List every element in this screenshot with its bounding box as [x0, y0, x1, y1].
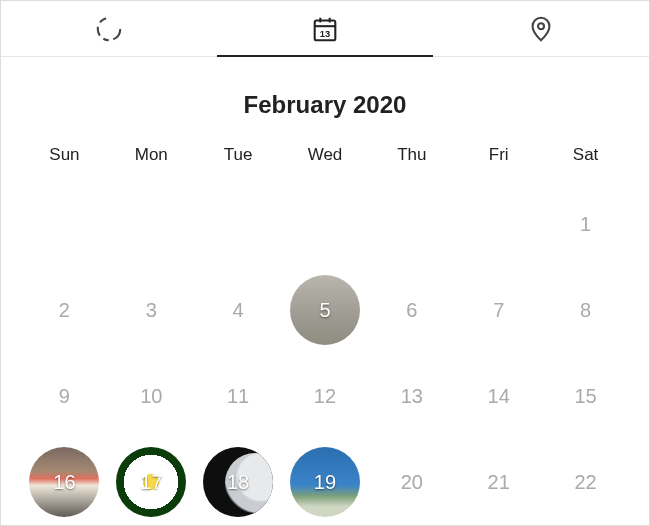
day-with-photo[interactable]: 17 [108, 439, 195, 525]
day-cell[interactable]: 3 [108, 267, 195, 353]
day-header: Thu [368, 139, 455, 181]
day-header: Tue [195, 139, 282, 181]
photo-thumbnail[interactable]: 5 [290, 275, 360, 345]
photo-thumbnail[interactable]: 16 [29, 447, 99, 517]
day-header: Mon [108, 139, 195, 181]
stories-icon [94, 14, 124, 44]
day-of-week-row: SunMonTueWedThuFriSat [1, 139, 649, 181]
tab-stories[interactable] [1, 1, 217, 56]
day-header: Fri [455, 139, 542, 181]
svg-point-0 [98, 17, 121, 40]
day-cell[interactable]: 14 [455, 353, 542, 439]
day-cell[interactable]: 15 [542, 353, 629, 439]
location-pin-icon [526, 14, 556, 44]
day-cell[interactable]: 2 [21, 267, 108, 353]
day-cell[interactable]: 9 [21, 353, 108, 439]
day-cell[interactable]: 6 [368, 267, 455, 353]
photo-thumbnail[interactable]: 18 [203, 447, 273, 517]
photo-thumbnail[interactable]: 17 [116, 447, 186, 517]
month-title: February 2020 [1, 91, 649, 119]
day-cell[interactable]: 12 [282, 353, 369, 439]
day-cell[interactable]: 21 [455, 439, 542, 525]
tab-bar: 13 [1, 1, 649, 57]
svg-point-5 [538, 23, 544, 29]
day-number: 16 [53, 471, 75, 494]
photo-thumbnail[interactable]: 19 [290, 447, 360, 517]
day-cell[interactable]: 1 [542, 181, 629, 267]
day-with-photo[interactable]: 18 [195, 439, 282, 525]
day-header: Sat [542, 139, 629, 181]
day-header: Wed [282, 139, 369, 181]
day-cell[interactable]: 7 [455, 267, 542, 353]
calendar-icon-date: 13 [320, 28, 330, 38]
day-number: 5 [319, 299, 330, 322]
tab-calendar[interactable]: 13 [217, 1, 433, 56]
tab-location[interactable] [433, 1, 649, 56]
day-cell[interactable]: 10 [108, 353, 195, 439]
day-cell[interactable]: 11 [195, 353, 282, 439]
calendar-icon: 13 [310, 14, 340, 44]
day-cell[interactable]: 4 [195, 267, 282, 353]
day-number: 18 [227, 471, 249, 494]
day-with-photo[interactable]: 5 [282, 267, 369, 353]
day-with-photo[interactable]: 16 [21, 439, 108, 525]
day-cell[interactable]: 13 [368, 353, 455, 439]
day-header: Sun [21, 139, 108, 181]
day-number: 17 [140, 471, 162, 494]
day-with-photo[interactable]: 19 [282, 439, 369, 525]
day-cell[interactable]: 22 [542, 439, 629, 525]
day-cell[interactable]: 20 [368, 439, 455, 525]
calendar-grid: 12345678910111213141516171819202122 [1, 181, 649, 525]
day-cell[interactable]: 8 [542, 267, 629, 353]
day-number: 19 [314, 471, 336, 494]
